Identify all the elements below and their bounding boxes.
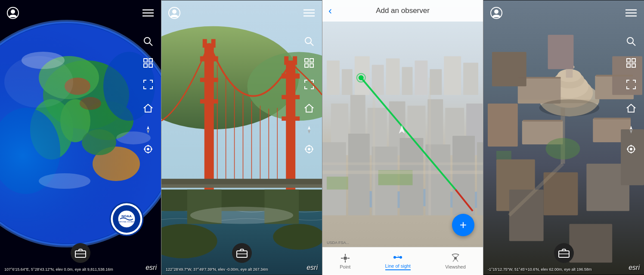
globe-panel[interactable]: NOAA NATIONAL OCEANIC 107°6'15.64"E, 5°2… (0, 0, 161, 275)
svg-rect-33 (144, 59, 147, 62)
svg-rect-107 (386, 58, 400, 95)
svg-marker-192 (627, 104, 635, 112)
expand-button[interactable] (141, 78, 155, 91)
location-button[interactable] (141, 142, 155, 156)
search-button-bridge[interactable] (302, 34, 316, 48)
menu-button-bridge[interactable] (302, 6, 316, 20)
svg-rect-129 (327, 177, 348, 190)
grid-button[interactable] (141, 56, 155, 70)
toolbar-point[interactable]: Point (340, 253, 350, 269)
svg-point-180 (539, 99, 600, 116)
svg-rect-122 (348, 134, 370, 215)
search-button[interactable] (141, 34, 155, 48)
svg-rect-126 (452, 136, 475, 216)
svg-point-41 (147, 148, 149, 150)
menu-button-oxford[interactable] (624, 6, 638, 20)
svg-rect-74 (161, 184, 322, 188)
svg-rect-178 (594, 118, 631, 119)
bottom-toolbar: Point Line of sight Viewshed (322, 247, 483, 275)
svg-point-139 (344, 256, 347, 260)
svg-point-95 (308, 148, 310, 150)
back-button[interactable]: ‹ (328, 5, 332, 17)
user-avatar-button[interactable] (6, 6, 20, 20)
svg-point-182 (494, 9, 498, 14)
toolbar-point-label: Point (340, 264, 350, 269)
svg-marker-93 (308, 130, 310, 134)
svg-rect-189 (632, 59, 635, 62)
svg-rect-161 (488, 103, 518, 147)
svg-rect-169 (569, 224, 612, 262)
svg-point-186 (627, 38, 633, 44)
compass-button-bridge[interactable] (302, 123, 316, 137)
svg-rect-63 (284, 56, 288, 65)
svg-line-86 (310, 43, 313, 46)
svg-point-196 (630, 148, 632, 150)
svg-line-187 (632, 43, 635, 46)
svg-rect-165 (621, 129, 644, 185)
header-bar: ‹ Add an observer (322, 0, 483, 22)
bridge-panel[interactable]: 122°28'49.7"W, 37°49'7.39"N, elev -0.00m… (161, 0, 322, 275)
svg-line-32 (149, 43, 152, 46)
svg-marker-37 (144, 104, 152, 112)
svg-rect-90 (310, 64, 313, 67)
oxford-panel[interactable]: -1°15'12.75"W, 51°45'+10.6'N, elev 62.00… (483, 0, 644, 275)
grid-button-bridge[interactable] (302, 56, 316, 70)
svg-rect-188 (627, 59, 630, 62)
briefcase-button[interactable] (71, 243, 90, 263)
home-button-oxford[interactable] (624, 101, 638, 115)
svg-rect-36 (149, 64, 152, 67)
svg-rect-127 (477, 142, 483, 216)
svg-rect-177 (523, 120, 563, 122)
svg-point-27 (11, 9, 15, 14)
add-observer-fab[interactable]: + (452, 214, 474, 236)
expand-button-oxford[interactable] (624, 78, 638, 91)
svg-marker-193 (630, 126, 632, 130)
svg-point-85 (305, 38, 311, 44)
status-text-los: USDA FSA... (327, 241, 349, 245)
svg-point-136 (359, 75, 364, 80)
status-text-globe: 107°6'15.64"E, 5°28'43.12"N, elev 0.0m, … (4, 267, 113, 272)
search-button-oxford[interactable] (624, 34, 638, 48)
toolbar-los-label: Line of sight (385, 263, 411, 270)
svg-rect-61 (282, 95, 300, 99)
briefcase-button-bridge[interactable] (232, 243, 252, 263)
svg-point-31 (144, 38, 150, 44)
svg-rect-108 (402, 67, 413, 95)
home-button[interactable] (141, 101, 155, 115)
svg-rect-109 (415, 60, 427, 95)
home-button-bridge[interactable] (302, 101, 316, 115)
location-button-oxford[interactable] (624, 142, 638, 156)
svg-rect-191 (632, 64, 635, 67)
svg-rect-111 (444, 56, 461, 95)
location-button-bridge[interactable] (302, 142, 316, 156)
svg-point-145 (399, 256, 402, 259)
los-panel[interactable]: ‹ Add an observer + Point Line of sight … (322, 0, 483, 275)
svg-rect-103 (327, 60, 340, 95)
menu-button[interactable] (141, 6, 155, 20)
svg-rect-89 (305, 64, 308, 67)
svg-point-144 (393, 256, 396, 259)
svg-rect-110 (430, 69, 442, 95)
svg-marker-91 (305, 104, 313, 112)
briefcase-button-oxford[interactable] (554, 243, 574, 263)
esri-logo-oxford: esri (629, 264, 640, 272)
svg-point-81 (172, 9, 176, 14)
compass-button-oxford[interactable] (624, 123, 638, 137)
svg-rect-87 (305, 59, 308, 62)
svg-rect-176 (596, 75, 633, 76)
toolbar-los[interactable]: Line of sight (385, 252, 411, 270)
svg-marker-194 (630, 130, 632, 134)
user-avatar-button-oxford[interactable] (489, 6, 503, 20)
grid-button-oxford[interactable] (624, 56, 638, 70)
expand-button-bridge[interactable] (302, 78, 316, 91)
toolbar-viewshed[interactable]: Viewshed (445, 253, 466, 269)
esri-logo-bridge: esri (307, 264, 318, 272)
compass-button[interactable] (141, 123, 155, 137)
svg-marker-39 (147, 130, 149, 134)
user-avatar-button-bridge[interactable] (167, 6, 181, 20)
svg-rect-190 (627, 64, 630, 67)
svg-marker-92 (308, 126, 310, 130)
svg-marker-38 (147, 126, 149, 130)
svg-rect-34 (149, 59, 152, 62)
svg-rect-179 (492, 52, 526, 87)
